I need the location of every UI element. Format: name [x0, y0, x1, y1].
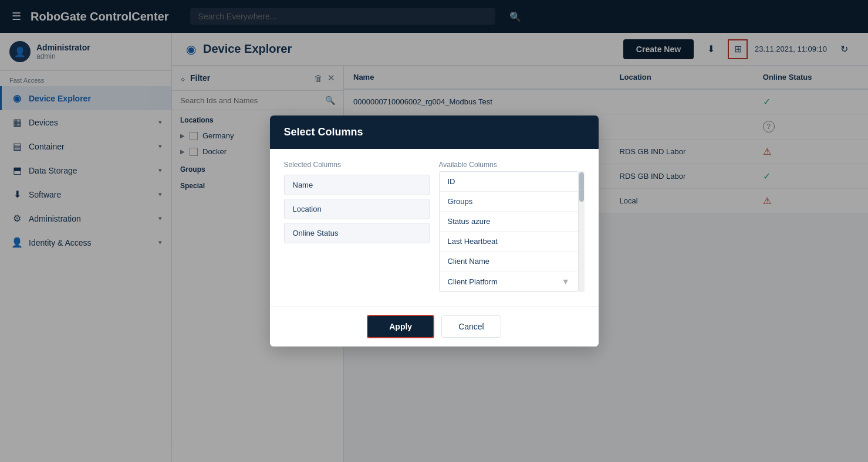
selected-col-status[interactable]: Online Status [284, 223, 430, 243]
modal-title: Select Columns [270, 116, 599, 149]
selected-columns-panel: Selected Columns Name Location Online St… [284, 161, 430, 292]
apply-button[interactable]: Apply [367, 315, 434, 338]
cancel-button[interactable]: Cancel [441, 315, 501, 338]
available-col-status-azure[interactable]: Status azure [440, 212, 578, 232]
available-columns-panel: Available Columns ID Groups Status azure… [439, 161, 585, 292]
available-col-last-heartbeat[interactable]: Last Heartbeat [440, 232, 578, 252]
selected-col-name[interactable]: Name [284, 175, 430, 195]
dropdown-arrow-icon: ▼ [562, 277, 570, 286]
available-col-id[interactable]: ID [440, 172, 578, 192]
scrollbar-track[interactable] [579, 171, 585, 292]
available-list: ID Groups Status azure Last Heartbeat Cl… [439, 171, 579, 292]
available-col-groups[interactable]: Groups [440, 192, 578, 212]
selected-columns-label: Selected Columns [284, 161, 430, 169]
modal-body: Selected Columns Name Location Online St… [270, 149, 599, 306]
select-columns-modal: Select Columns Selected Columns Name Loc… [270, 116, 599, 346]
available-columns-label: Available Columns [439, 161, 585, 169]
scrollbar-thumb [579, 172, 584, 202]
available-col-client-platform[interactable]: Client Platform ▼ [440, 271, 578, 291]
modal-footer: Apply Cancel [270, 306, 599, 346]
available-col-client-name[interactable]: Client Name [440, 252, 578, 271]
modal-overlay: Select Columns Selected Columns Name Loc… [0, 0, 868, 462]
selected-col-location[interactable]: Location [284, 199, 430, 219]
